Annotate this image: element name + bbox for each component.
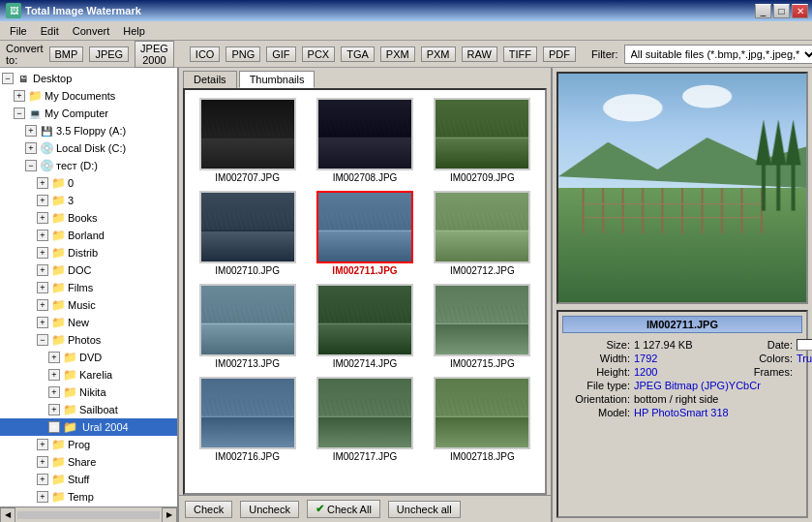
expand-button[interactable]: + [48, 421, 60, 433]
tree-item-music[interactable]: +📁Music [0, 296, 177, 314]
scroll-thumb[interactable] [17, 511, 160, 519]
tree-item-prog[interactable]: +📁Prog [0, 436, 177, 453]
expand-button[interactable]: + [37, 299, 48, 311]
width-value: 1792 [634, 353, 731, 364]
main-layout: −🖥Desktop+📁My Documents−💻My Computer+💾3.… [0, 68, 812, 522]
expand-button[interactable]: + [37, 317, 48, 328]
tree-item-films[interactable]: +📁Films [0, 279, 177, 296]
expand-button[interactable]: − [25, 160, 37, 171]
tree-item-my-documents[interactable]: +📁My Documents [0, 87, 177, 105]
tree-item-3.5-floppy-(a:)[interactable]: +💾3.5 Floppy (A:) [0, 122, 177, 139]
frames-label: Frames: [735, 366, 793, 378]
tab-details[interactable]: Details [183, 71, 237, 88]
tree-item-karelia[interactable]: +📁Karelia [0, 366, 177, 384]
expand-button[interactable]: + [37, 264, 48, 276]
expand-button[interactable]: + [48, 386, 60, 398]
tree-item-desktop[interactable]: −🖥Desktop [0, 70, 177, 87]
menu-help[interactable]: Help [117, 24, 151, 38]
tree-icon-drive: 💿 [39, 158, 54, 173]
close-button[interactable]: ✕ [792, 4, 808, 18]
expand-button[interactable]: + [37, 474, 48, 485]
expand-button[interactable]: + [37, 212, 48, 224]
scroll-left-arrow[interactable]: ◀ [0, 507, 15, 523]
tree-item-temp[interactable]: +📁Temp [0, 488, 177, 506]
format-pdf[interactable]: PDF [543, 46, 576, 62]
expand-button[interactable]: + [37, 456, 48, 468]
format-bmp[interactable]: BMP [49, 46, 84, 62]
check-all-button[interactable]: ✔ Check All [307, 500, 380, 518]
thumb-item-IM002710.JPG[interactable]: IM002710.JPG [191, 189, 304, 278]
expand-button[interactable]: + [37, 282, 48, 293]
uncheck-button[interactable]: Uncheck [240, 501, 299, 518]
tree-item-3[interactable]: +📁3 [0, 192, 177, 209]
tree-item-0[interactable]: +📁0 [0, 174, 177, 192]
format-pxm2[interactable]: PXM [421, 46, 456, 62]
date-label: Date: [735, 339, 793, 351]
tree-item-share[interactable]: +📁Share [0, 453, 177, 471]
expand-button[interactable]: + [48, 352, 60, 363]
tree-item-label: Temp [68, 491, 94, 503]
tree-item-borland[interactable]: +📁Borland [0, 227, 177, 244]
thumb-item-IM002707.JPG[interactable]: IM002707.JPG [191, 96, 304, 185]
expand-button[interactable]: − [37, 334, 48, 346]
thumb-item-IM002712.JPG[interactable]: IM002712.JPG [426, 189, 539, 278]
expand-button[interactable]: + [48, 369, 60, 381]
thumb-item-IM002717.JPG[interactable]: IM002717.JPG [308, 375, 421, 464]
format-pxm1[interactable]: PXM [380, 46, 415, 62]
tree-item-stuff[interactable]: +📁Stuff [0, 471, 177, 488]
expand-button[interactable]: + [37, 177, 48, 189]
tree-item-photos[interactable]: −📁Photos [0, 331, 177, 349]
tree-item-ural-2004[interactable]: +📁Ural 2004 [0, 418, 177, 436]
tree-item-distrib[interactable]: +📁Distrib [0, 244, 177, 261]
expand-button[interactable]: + [25, 125, 37, 137]
format-jpeg[interactable]: JPEG [89, 46, 129, 62]
format-jpeg2000[interactable]: JPEG 2000 [135, 41, 174, 68]
format-ico[interactable]: ICO [190, 46, 221, 62]
expand-button[interactable]: + [48, 404, 60, 415]
tree-item-books[interactable]: +📁Books [0, 209, 177, 227]
uncheck-all-button[interactable]: Uncheck all [388, 501, 461, 518]
tree-item-dvd[interactable]: +📁DVD [0, 349, 177, 366]
tree-item-nikita[interactable]: +📁Nikita [0, 384, 177, 401]
tree-item-тест-(d:)[interactable]: −💿тест (D:) [0, 157, 177, 174]
expand-button[interactable]: + [37, 491, 48, 503]
menu-edit[interactable]: Edit [35, 24, 65, 38]
thumb-item-IM002709.JPG[interactable]: IM002709.JPG [426, 96, 539, 185]
thumb-item-IM002718.JPG[interactable]: IM002718.JPG [426, 375, 539, 464]
format-raw[interactable]: RAW [462, 46, 497, 62]
thumb-wrapper [434, 377, 530, 449]
format-png[interactable]: PNG [226, 46, 260, 62]
expand-button[interactable]: + [14, 90, 25, 102]
thumbnails-area[interactable]: IM002707.JPGIM002708.JPGIM002709.JPGIM00… [183, 88, 547, 495]
tree-item-my-computer[interactable]: −💻My Computer [0, 105, 177, 122]
expand-button[interactable]: + [37, 247, 48, 259]
format-gif[interactable]: GIF [266, 46, 295, 62]
expand-button[interactable]: + [25, 142, 37, 154]
maximize-button[interactable]: □ [773, 4, 790, 18]
expand-button[interactable]: − [14, 107, 25, 119]
tree-item-local-disk-(c:)[interactable]: +💿Local Disk (C:) [0, 139, 177, 157]
thumb-item-IM002715.JPG[interactable]: IM002715.JPG [426, 282, 539, 371]
format-tiff[interactable]: TIFF [503, 46, 537, 62]
tree-item-new[interactable]: +📁New [0, 314, 177, 331]
menu-convert[interactable]: Convert [67, 24, 116, 38]
format-tga[interactable]: TGA [341, 46, 375, 62]
thumb-item-IM002713.JPG[interactable]: IM002713.JPG [191, 282, 304, 371]
thumb-item-IM002711.JPG[interactable]: IM002711.JPG [308, 189, 421, 278]
filter-select[interactable]: All suitable files (*.bmp,*.jpg,*.jpeg,*… [624, 45, 812, 64]
expand-button[interactable]: + [37, 230, 48, 241]
format-pcx[interactable]: PCX [302, 46, 336, 62]
tree-item-sailboat[interactable]: +📁Sailboat [0, 401, 177, 418]
tab-thumbnails[interactable]: Thumbnails [239, 71, 316, 88]
minimize-button[interactable]: _ [755, 4, 771, 18]
scroll-right-arrow[interactable]: ▶ [162, 507, 177, 523]
expand-button[interactable]: + [37, 195, 48, 206]
expand-button[interactable]: − [2, 73, 14, 84]
thumb-item-IM002708.JPG[interactable]: IM002708.JPG [308, 96, 421, 185]
thumb-item-IM002716.JPG[interactable]: IM002716.JPG [191, 375, 304, 464]
expand-button[interactable]: + [37, 439, 48, 450]
menu-file[interactable]: File [4, 24, 33, 38]
check-button[interactable]: Check [185, 501, 232, 518]
tree-item-doc[interactable]: +📁DOC [0, 261, 177, 279]
thumb-item-IM002714.JPG[interactable]: IM002714.JPG [308, 282, 421, 371]
